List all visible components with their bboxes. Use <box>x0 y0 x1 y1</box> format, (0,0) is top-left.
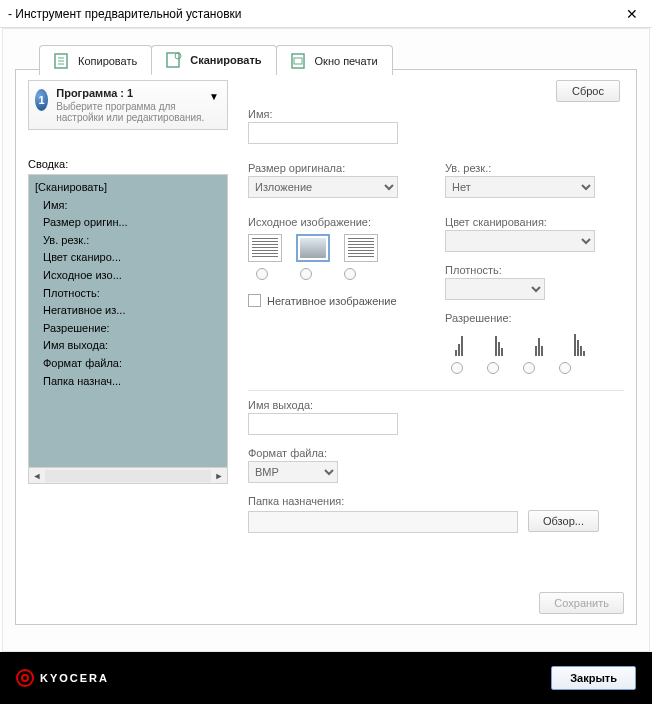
out-name-label: Имя выхода: <box>248 399 624 411</box>
res-radio-4[interactable] <box>559 362 571 374</box>
resolution-icon-4 <box>565 330 593 356</box>
sharpen-label: Ув. резк.: <box>445 162 624 174</box>
summary-label: Сводка: <box>28 158 228 170</box>
save-button[interactable]: Сохранить <box>539 592 624 614</box>
tab-strip: Копировать Сканировать Окно печати <box>39 45 637 75</box>
footer: KYOCERA Закрыть <box>0 652 652 704</box>
list-item: Имя: <box>35 197 221 215</box>
svg-point-5 <box>175 53 181 59</box>
h-scrollbar[interactable]: ◄ ► <box>29 467 227 483</box>
close-button[interactable]: Закрыть <box>551 666 636 690</box>
tab-copy[interactable]: Копировать <box>39 45 152 75</box>
resolution-icon-2 <box>485 330 513 356</box>
list-item: Цвет сканиро... <box>35 249 221 267</box>
brand: KYOCERA <box>16 669 109 687</box>
negative-row[interactable]: Негативное изображение <box>248 294 427 307</box>
list-item: Размер оригин... <box>35 214 221 232</box>
summary-head: [Сканировать] <box>35 179 221 197</box>
src-radio-2[interactable] <box>300 268 312 280</box>
window-title: - Инструмент предварительной установки <box>8 7 620 21</box>
svg-rect-7 <box>294 58 302 64</box>
tab-scan-label: Сканировать <box>190 54 261 66</box>
brand-name: KYOCERA <box>40 672 109 684</box>
scroll-track[interactable] <box>45 470 211 482</box>
list-item: Исходное изо... <box>35 267 221 285</box>
program-title: Программа : 1 <box>56 87 219 99</box>
tab-print[interactable]: Окно печати <box>276 45 393 75</box>
src-mixed-option[interactable] <box>344 234 378 262</box>
name-label: Имя: <box>248 108 624 120</box>
tab-scan[interactable]: Сканировать <box>151 45 276 75</box>
negative-label: Негативное изображение <box>267 295 397 307</box>
density-select[interactable] <box>445 278 545 300</box>
src-text-option[interactable] <box>248 234 282 262</box>
list-item: Имя выхода: <box>35 337 221 355</box>
list-item: Формат файла: <box>35 355 221 373</box>
src-radio-1[interactable] <box>256 268 268 280</box>
dialog-body: Копировать Сканировать Окно печати 1 Про… <box>2 28 650 652</box>
copy-icon <box>54 53 72 69</box>
res-radio-3[interactable] <box>523 362 535 374</box>
program-selector[interactable]: 1 Программа : 1 Выберите программа для н… <box>28 80 228 130</box>
resolution-label: Разрешение: <box>445 312 624 324</box>
density-label: Плотность: <box>445 264 624 276</box>
summary-box: [Сканировать] Имя: Размер оригин... Ув. … <box>28 174 228 484</box>
svg-rect-4 <box>167 53 179 67</box>
list-item: Ув. резк.: <box>35 232 221 250</box>
scan-icon <box>166 52 184 68</box>
chevron-down-icon: ▼ <box>209 91 219 102</box>
res-radio-1[interactable] <box>451 362 463 374</box>
orig-size-select[interactable]: Изложение <box>248 176 398 198</box>
titlebar: - Инструмент предварительной установки ✕ <box>0 0 652 28</box>
file-format-label: Формат файла: <box>248 447 624 459</box>
separator <box>248 390 624 391</box>
program-badge: 1 <box>35 89 48 111</box>
print-icon <box>291 53 309 69</box>
sharpen-select[interactable]: Нет <box>445 176 595 198</box>
list-item: Папка назнач... <box>35 373 221 391</box>
name-input[interactable] <box>248 122 398 144</box>
scan-color-label: Цвет сканирования: <box>445 216 624 228</box>
res-radio-2[interactable] <box>487 362 499 374</box>
dest-folder-label: Папка назначения: <box>248 495 624 507</box>
scan-color-select[interactable] <box>445 230 595 252</box>
orig-size-label: Размер оригинала: <box>248 162 427 174</box>
program-hint: Выберите программа для настройки или ред… <box>56 101 219 123</box>
file-format-select[interactable]: BMP <box>248 461 338 483</box>
dest-folder-input[interactable] <box>248 511 518 533</box>
list-item: Негативное из... <box>35 302 221 320</box>
reset-button[interactable]: Сброс <box>556 80 620 102</box>
src-radio-3[interactable] <box>344 268 356 280</box>
out-name-input[interactable] <box>248 413 398 435</box>
tab-copy-label: Копировать <box>78 55 137 67</box>
list-item: Плотность: <box>35 285 221 303</box>
src-image-label: Исходное изображение: <box>248 216 427 228</box>
tab-pane-scan: 1 Программа : 1 Выберите программа для н… <box>15 69 637 625</box>
browse-button[interactable]: Обзор... <box>528 510 599 532</box>
resolution-icon-3 <box>525 330 553 356</box>
scroll-right-icon[interactable]: ► <box>211 468 227 484</box>
scroll-left-icon[interactable]: ◄ <box>29 468 45 484</box>
tab-print-label: Окно печати <box>315 55 378 67</box>
close-icon[interactable]: ✕ <box>620 6 644 22</box>
negative-checkbox[interactable] <box>248 294 261 307</box>
resolution-icon-1 <box>445 330 473 356</box>
src-photo-option[interactable] <box>296 234 330 262</box>
list-item: Разрешение: <box>35 320 221 338</box>
brand-logo-icon <box>16 669 34 687</box>
